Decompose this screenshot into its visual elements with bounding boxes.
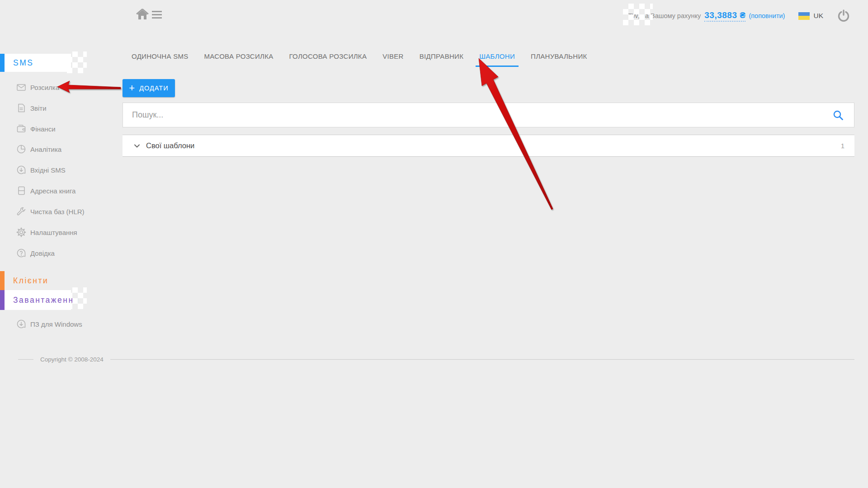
- clients-accent-bar: [0, 271, 5, 290]
- sidebar-item-label: Чистка баз (HLR): [30, 208, 85, 216]
- inbox-sms-icon: [16, 165, 26, 175]
- sidebar-item-label: Аналітика: [30, 145, 61, 153]
- tab-shablony[interactable]: ШАБЛОНИ: [476, 47, 519, 67]
- tab-golosova-rozsylka[interactable]: ГОЛОСОВА РОЗСИЛКА: [286, 47, 371, 67]
- sidebar-item-adresna-knyga[interactable]: Адресна книга: [0, 180, 122, 201]
- templates-group-own[interactable]: Свої шаблони 1: [123, 135, 854, 157]
- copyright-text: Copyright © 2008-2024: [40, 356, 104, 363]
- main-tabs: ОДИНОЧНА SMS МАСОВА РОЗСИЛКА ГОЛОСОВА РО…: [128, 47, 599, 67]
- sidebar-item-zvity[interactable]: Звіти: [0, 98, 122, 118]
- wrench-icon: [16, 206, 26, 216]
- annotation-arrow-shablony: [479, 58, 553, 210]
- logout-power-icon[interactable]: [837, 9, 850, 23]
- sidebar-section-sms[interactable]: SMS: [0, 54, 71, 72]
- sidebar-item-label: Вхідні SMS: [30, 166, 66, 174]
- sidebar-section-downloads-label: Завантаження: [0, 296, 80, 305]
- sidebar-item-nalashtuvannya[interactable]: Налаштування: [0, 222, 122, 243]
- sidebar-item-dovidka[interactable]: Довідка: [0, 243, 122, 263]
- sidebar-item-label: Налаштування: [30, 229, 77, 236]
- top-bar: TW, на Вашому рахунку 33,3883 ₴ (поповни…: [0, 0, 868, 32]
- search-box: [123, 103, 854, 127]
- plus-icon: +: [129, 83, 135, 93]
- balance-label: TW, на Вашому рахунку: [628, 12, 701, 19]
- address-book-icon: [16, 186, 26, 196]
- add-template-button[interactable]: + ДОДАТИ: [123, 79, 175, 97]
- sidebar-item-chystka-baz[interactable]: Чистка баз (HLR): [0, 201, 122, 222]
- templates-count-badge: 1: [841, 142, 844, 150]
- search-icon[interactable]: [832, 109, 844, 121]
- wallet-icon: [16, 124, 26, 134]
- tab-viber[interactable]: VIBER: [379, 47, 407, 67]
- annotation-layer: [0, 0, 868, 488]
- home-icon[interactable]: [136, 8, 149, 21]
- header-right: TW, на Вашому рахунку 33,3883 ₴ (поповни…: [628, 0, 850, 32]
- tab-vidpravnyk[interactable]: ВІДПРАВНИК: [416, 47, 467, 67]
- sidebar-item-finansy[interactable]: Фінанси: [0, 118, 122, 139]
- sidebar-item-pz-windows[interactable]: ПЗ для Windows: [0, 314, 122, 334]
- chevron-down-icon: [133, 142, 141, 150]
- sidebar-item-label: Адресна книга: [30, 187, 75, 195]
- sidebar-item-analityka[interactable]: Аналітика: [0, 139, 122, 160]
- templates-group-label: Свої шаблони: [146, 141, 194, 150]
- sidebar-section-downloads[interactable]: Завантаження: [0, 290, 71, 310]
- sidebar-section-clients[interactable]: Клієнти: [0, 271, 71, 290]
- topup-link[interactable]: (поповнити): [749, 12, 785, 19]
- sidebar-section-clients-label: Клієнти: [0, 276, 48, 286]
- tab-planuvalnyk[interactable]: ПЛАНУВАЛЬНИК: [527, 47, 590, 67]
- sidebar-item-label: ПЗ для Windows: [30, 320, 82, 328]
- report-icon: [16, 103, 26, 113]
- ukraine-flag-icon: [798, 12, 810, 20]
- sms-accent-bar: [0, 54, 5, 72]
- app-root: TW, на Вашому рахунку 33,3883 ₴ (поповни…: [0, 0, 868, 488]
- sidebar-item-label: Довідка: [30, 249, 55, 257]
- divider-line: [110, 359, 854, 360]
- search-input[interactable]: [123, 103, 832, 127]
- help-icon: [16, 248, 26, 258]
- divider-line: [18, 359, 33, 360]
- envelope-icon: [16, 82, 26, 92]
- add-button-label: ДОДАТИ: [139, 84, 168, 92]
- copyright: Copyright © 2008-2024: [18, 356, 854, 363]
- download-icon: [16, 319, 26, 329]
- sidebar-item-label: Розсилка: [30, 84, 59, 91]
- gear-icon: [16, 227, 26, 237]
- menu-toggle-icon[interactable]: [152, 9, 163, 20]
- balance-amount[interactable]: 33,3883 ₴: [704, 10, 745, 22]
- sidebar-item-vhidni-sms[interactable]: Вхідні SMS: [0, 160, 122, 180]
- language-selector[interactable]: UK: [798, 12, 823, 20]
- tab-masova-rozsylka[interactable]: МАСОВА РОЗСИЛКА: [201, 47, 277, 67]
- sidebar-section-sms-label: SMS: [0, 58, 33, 68]
- sidebar-item-rozsylka[interactable]: Розсилка: [0, 77, 122, 98]
- sidebar-item-label: Звіти: [30, 104, 47, 112]
- sidebar-item-label: Фінанси: [30, 125, 56, 133]
- tab-odynochna-sms[interactable]: ОДИНОЧНА SMS: [128, 47, 192, 67]
- language-code: UK: [813, 12, 823, 20]
- pie-chart-icon: [16, 144, 26, 154]
- downloads-accent-bar: [0, 290, 5, 310]
